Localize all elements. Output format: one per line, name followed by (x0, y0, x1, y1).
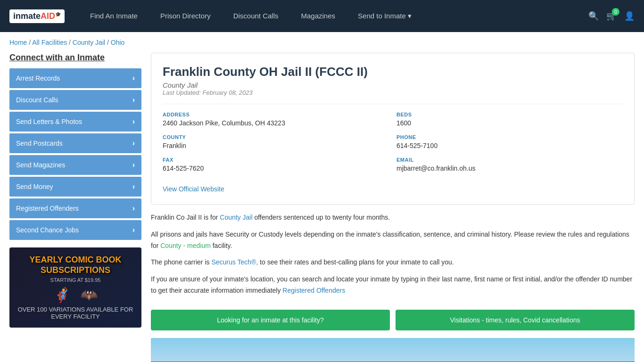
nav-links: Find An Inmate Prison Directory Discount… (79, 0, 588, 32)
ad-banner[interactable]: YEARLY COMIC BOOK SUBSCRIPTIONS STARTING… (9, 247, 141, 328)
phone-label: PHONE (396, 134, 623, 140)
sidebar-item-second-chance-jobs[interactable]: Second Chance Jobs› (9, 220, 141, 240)
arrow-icon: › (132, 226, 135, 234)
batman-icon: 🦇 (80, 287, 98, 303)
action-buttons: Looking for an inmate at this facility? … (151, 310, 635, 330)
arrow-icon: › (132, 204, 135, 213)
cart-badge: 0 (612, 8, 619, 16)
description-para1: Franklin Co Jail II is for County Jail o… (151, 212, 635, 223)
user-button[interactable]: 👤 (624, 11, 635, 21)
breadcrumb-all-facilities[interactable]: All Facilities (32, 39, 67, 46)
sidebar: Connect with an Inmate Arrest Records› D… (9, 53, 141, 362)
securus-link[interactable]: Securus Tech®, (211, 258, 258, 266)
arrow-icon: › (132, 117, 135, 126)
sidebar-item-send-letters[interactable]: Send Letters & Photos› (9, 112, 141, 132)
visitations-button[interactable]: Visitations - times, rules, Covid cancel… (396, 310, 635, 330)
county-value: Franklin (163, 142, 186, 149)
breadcrumb-county-jail[interactable]: County Jail (73, 39, 105, 46)
county-jail-link[interactable]: County Jail (220, 214, 252, 221)
arrow-icon: › (132, 96, 135, 104)
beds-label: BEDS (396, 112, 623, 117)
facility-type: County Jail (163, 81, 623, 89)
registered-offenders-link[interactable]: Registered Offenders (282, 287, 345, 294)
connect-title: Connect with an Inmate (9, 53, 141, 63)
fax-label: FAX (163, 157, 389, 163)
facility-name: Franklin County OH Jail II (FCCC II) (163, 65, 623, 79)
fax-group: FAX 614-525-7620 (163, 157, 389, 172)
county-group: COUNTY Franklin (163, 134, 389, 149)
ad-title: YEARLY COMIC BOOK SUBSCRIPTIONS (17, 255, 134, 275)
email-value: mjbarret@co.franklin.oh.us (396, 165, 476, 172)
description-para4: If you are unsure of your inmate's locat… (151, 274, 635, 296)
nav-find-inmate[interactable]: Find An Inmate (79, 0, 149, 32)
description-para2: All prisons and jails have Security or C… (151, 229, 635, 252)
superman-icon: 🦸 (53, 287, 71, 303)
arrow-icon: › (132, 139, 135, 148)
nav-discount-calls[interactable]: Discount Calls (222, 0, 290, 32)
email-label: EMAIL (396, 157, 623, 163)
facility-details: ADDRESS 2460 Jackson Pike, Columbus, OH … (163, 104, 623, 193)
sidebar-item-send-postcards[interactable]: Send Postcards› (9, 133, 141, 153)
nav-send-to-inmate[interactable]: Send to Inmate ▾ (347, 0, 423, 32)
facility-updated: Last Updated: February 08, 2023 (163, 89, 623, 96)
facility-photo (151, 338, 635, 362)
address-group: ADDRESS 2460 Jackson Pike, Columbus, OH … (163, 112, 389, 127)
nav-magazines[interactable]: Magazines (290, 0, 347, 32)
sidebar-item-arrest-records[interactable]: Arrest Records› (9, 68, 141, 88)
sky-bg (151, 338, 635, 362)
sidebar-item-send-magazines[interactable]: Send Magazines› (9, 155, 141, 175)
phone-group: PHONE 614-525-7100 (396, 134, 623, 149)
ad-cta: OVER 100 VARIATIONS AVAILABLE FOR EVERY … (17, 306, 134, 320)
beds-value: 1600 (396, 119, 411, 127)
search-button[interactable]: 🔍 (588, 11, 599, 21)
arrow-icon: › (132, 182, 135, 191)
main-layout: Connect with an Inmate Arrest Records› D… (0, 53, 644, 362)
sidebar-item-discount-calls[interactable]: Discount Calls› (9, 90, 141, 110)
breadcrumb-home[interactable]: Home (9, 39, 27, 46)
beds-group: BEDS 1600 (396, 112, 623, 127)
sidebar-item-registered-offenders[interactable]: Registered Offenders› (9, 198, 141, 218)
address-label: ADDRESS (163, 112, 389, 117)
main-content: Franklin County OH Jail II (FCCC II) Cou… (151, 53, 635, 362)
navbar: inmateAID 🎓 Find An Inmate Prison Direct… (0, 0, 644, 32)
sidebar-menu: Arrest Records› Discount Calls› Send Let… (9, 68, 141, 240)
nav-icons: 🔍 🛒 0 👤 (588, 11, 635, 21)
email-group: EMAIL mjbarret@co.franklin.oh.us (396, 157, 623, 172)
cart-button[interactable]: 🛒 0 (606, 11, 617, 21)
county-label: COUNTY (163, 134, 389, 140)
arrow-icon: › (132, 161, 135, 169)
facility-card: Franklin County OH Jail II (FCCC II) Cou… (151, 53, 635, 205)
nav-prison-directory[interactable]: Prison Directory (149, 0, 222, 32)
breadcrumb-ohio[interactable]: Ohio (111, 39, 125, 46)
arrow-icon: › (132, 74, 135, 82)
description: Franklin Co Jail II is for County Jail o… (151, 212, 635, 310)
logo[interactable]: inmateAID 🎓 (9, 9, 65, 23)
description-para3: The phone carrier is Securus Tech®, to s… (151, 257, 635, 268)
breadcrumb: Home / All Facilities / County Jail / Oh… (0, 32, 644, 53)
phone-value: 614-525-7100 (396, 142, 438, 149)
county-medium-link[interactable]: County - medium (160, 242, 211, 249)
find-inmate-button[interactable]: Looking for an inmate at this facility? (151, 310, 390, 330)
ad-figures: 🦸 🦇 (53, 287, 98, 303)
address-value: 2460 Jackson Pike, Columbus, OH 43223 (163, 119, 285, 127)
ad-subtitle: STARTING AT $19.95 (50, 277, 101, 283)
fax-value: 614-525-7620 (163, 165, 204, 172)
sidebar-item-send-money[interactable]: Send Money› (9, 177, 141, 197)
view-website-link[interactable]: View Official Website (163, 185, 623, 193)
